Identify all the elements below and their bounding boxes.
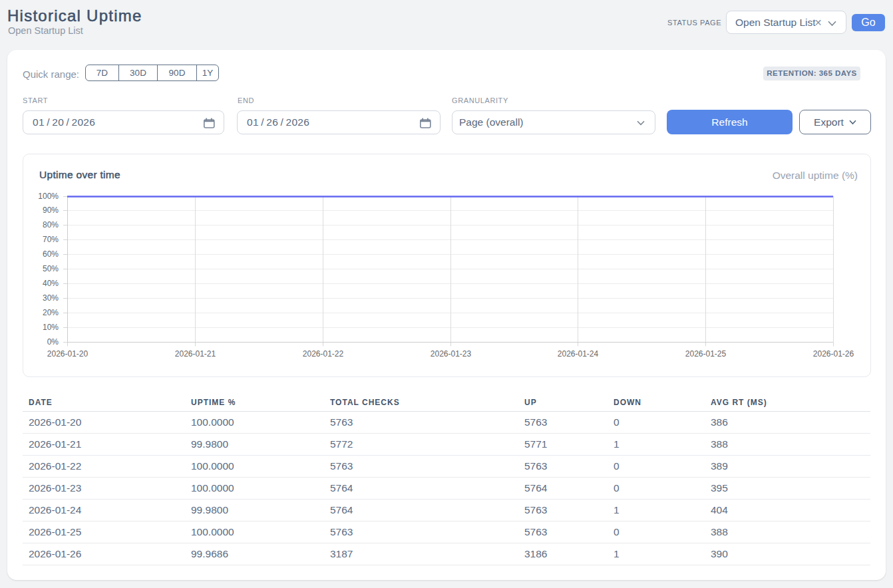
svg-text:90%: 90% — [43, 206, 59, 215]
svg-text:2026-01-24: 2026-01-24 — [558, 349, 599, 359]
svg-text:2026-01-26: 2026-01-26 — [813, 349, 854, 359]
svg-text:10%: 10% — [43, 323, 59, 332]
svg-text:70%: 70% — [43, 235, 59, 244]
svg-text:2026-01-22: 2026-01-22 — [303, 349, 344, 359]
svg-text:80%: 80% — [43, 220, 59, 229]
svg-text:30%: 30% — [43, 293, 59, 303]
svg-text:100%: 100% — [38, 192, 59, 201]
svg-text:2026-01-20: 2026-01-20 — [47, 349, 89, 359]
svg-text:2026-01-25: 2026-01-25 — [685, 349, 727, 359]
svg-text:60%: 60% — [43, 249, 59, 259]
svg-text:20%: 20% — [43, 308, 59, 317]
svg-text:2026-01-21: 2026-01-21 — [175, 349, 216, 359]
svg-text:50%: 50% — [43, 264, 59, 273]
svg-text:0%: 0% — [47, 337, 59, 347]
svg-text:40%: 40% — [43, 279, 59, 288]
svg-text:2026-01-23: 2026-01-23 — [431, 349, 472, 359]
